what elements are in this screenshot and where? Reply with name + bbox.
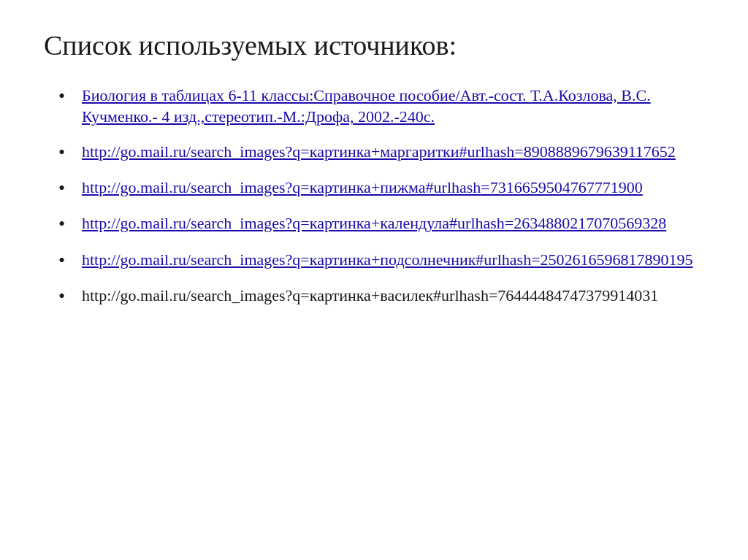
list-item: •Биология в таблицах 6-11 классы:Справоч… <box>58 85 704 128</box>
source-link[interactable]: http://go.mail.ru/search_images?q=картин… <box>82 178 643 196</box>
bullet-point: • <box>58 85 76 107</box>
list-item: •http://go.mail.ru/search_images?q=карти… <box>58 249 704 272</box>
list-item: •http://go.mail.ru/search_images?q=карти… <box>58 285 704 307</box>
sources-list: •Биология в таблицах 6-11 классы:Справоч… <box>44 85 704 307</box>
bullet-point: • <box>58 249 76 272</box>
list-item-content[interactable]: http://go.mail.ru/search_images?q=картин… <box>82 212 704 234</box>
list-item-content: http://go.mail.ru/search_images?q=картин… <box>82 285 704 307</box>
source-link[interactable]: http://go.mail.ru/search_images?q=картин… <box>82 214 666 232</box>
bullet-point: • <box>58 212 76 235</box>
list-item-content[interactable]: http://go.mail.ru/search_images?q=картин… <box>82 177 704 199</box>
page-title: Список используемых источников: <box>44 29 704 63</box>
list-item: •http://go.mail.ru/search_images?q=карти… <box>58 212 704 235</box>
bullet-point: • <box>58 285 76 307</box>
list-item-content[interactable]: http://go.mail.ru/search_images?q=картин… <box>82 249 704 271</box>
list-item-content[interactable]: Биология в таблицах 6-11 классы:Справочн… <box>82 85 704 128</box>
list-item: •http://go.mail.ru/search_images?q=карти… <box>58 177 704 199</box>
bullet-point: • <box>58 141 76 164</box>
bullet-point: • <box>58 177 76 199</box>
source-link[interactable]: http://go.mail.ru/search_images?q=картин… <box>82 142 676 161</box>
source-link[interactable]: http://go.mail.ru/search_images?q=картин… <box>82 250 693 269</box>
list-item: •http://go.mail.ru/search_images?q=карти… <box>58 141 704 164</box>
list-item-content[interactable]: http://go.mail.ru/search_images?q=картин… <box>82 141 704 163</box>
source-link[interactable]: Биология в таблицах 6-11 классы:Справочн… <box>82 86 651 126</box>
